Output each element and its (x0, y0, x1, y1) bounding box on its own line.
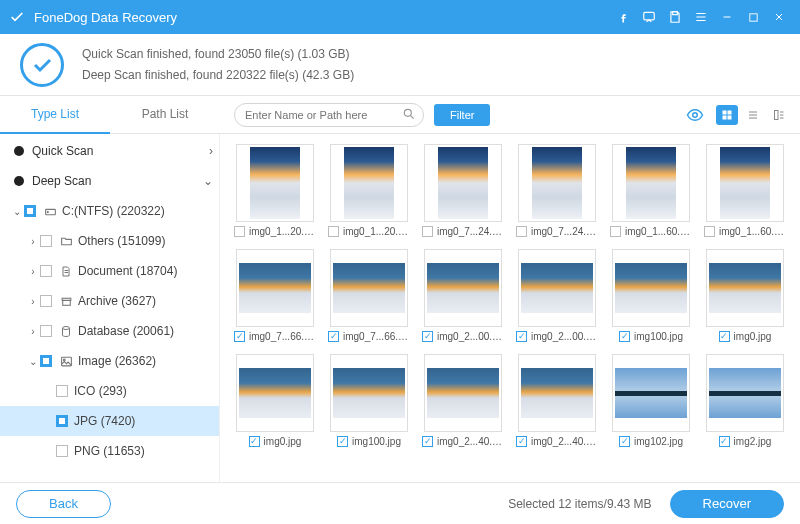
minimize-icon[interactable] (714, 4, 740, 30)
menu-icon[interactable] (688, 4, 714, 30)
tree-document[interactable]: › Document (18704) (0, 256, 219, 286)
expand-icon[interactable]: › (26, 236, 40, 247)
back-button[interactable]: Back (16, 490, 111, 518)
file-checkbox[interactable]: ✓ (516, 331, 527, 342)
file-tile[interactable]: img0_1...60.jpg (608, 144, 694, 237)
filter-button[interactable]: Filter (434, 104, 490, 126)
tree-checkbox[interactable] (56, 445, 68, 457)
close-icon[interactable] (766, 4, 792, 30)
thumbnail[interactable] (706, 249, 784, 327)
preview-toggle-icon[interactable] (684, 105, 706, 125)
view-list-icon[interactable] (742, 105, 764, 125)
thumbnail[interactable] (518, 354, 596, 432)
tree-checkbox[interactable] (40, 235, 52, 247)
facebook-icon[interactable] (610, 4, 636, 30)
file-tile[interactable]: img0_1...20.jpg (326, 144, 412, 237)
expand-icon[interactable]: ⌄ (10, 206, 24, 217)
thumbnail[interactable] (424, 249, 502, 327)
tree-deep-scan[interactable]: Deep Scan ⌄ (0, 166, 219, 196)
tree-archive[interactable]: › Archive (3627) (0, 286, 219, 316)
thumbnail[interactable] (706, 354, 784, 432)
tree-checkbox[interactable] (40, 325, 52, 337)
file-tile[interactable]: ✓img100.jpg (326, 354, 412, 447)
tree-others[interactable]: › Others (151099) (0, 226, 219, 256)
thumbnail[interactable] (612, 249, 690, 327)
thumbnail[interactable] (330, 249, 408, 327)
file-checkbox[interactable] (704, 226, 715, 237)
expand-icon[interactable]: › (26, 296, 40, 307)
tab-type-list[interactable]: Type List (0, 96, 110, 134)
tree-database[interactable]: › Database (20061) (0, 316, 219, 346)
thumbnail[interactable] (706, 144, 784, 222)
thumbnail[interactable] (330, 354, 408, 432)
tree-jpg[interactable]: JPG (7420) (0, 406, 219, 436)
file-checkbox[interactable] (234, 226, 245, 237)
file-tile[interactable]: ✓img0_7...66.jpg (232, 249, 318, 342)
thumbnail[interactable] (236, 144, 314, 222)
file-checkbox[interactable]: ✓ (422, 331, 433, 342)
file-checkbox[interactable]: ✓ (422, 436, 433, 447)
file-tile[interactable]: img0_1...60.jpg (702, 144, 788, 237)
file-checkbox[interactable] (610, 226, 621, 237)
thumbnail[interactable] (518, 144, 596, 222)
file-tile[interactable]: ✓img2.jpg (702, 354, 788, 447)
file-tile[interactable]: ✓img0_2...00.jpg (514, 249, 600, 342)
file-tile[interactable]: img0_7...24.jpg (514, 144, 600, 237)
file-tile[interactable]: ✓img100.jpg (608, 249, 694, 342)
tree-checkbox[interactable] (24, 205, 36, 217)
file-tile[interactable]: ✓img102.jpg (608, 354, 694, 447)
file-tile[interactable]: ✓img0.jpg (702, 249, 788, 342)
expand-icon[interactable]: › (26, 326, 40, 337)
tree-image[interactable]: ⌄ Image (26362) (0, 346, 219, 376)
expand-icon[interactable]: ⌄ (26, 356, 40, 367)
thumbnail[interactable] (236, 354, 314, 432)
tree-checkbox[interactable] (40, 295, 52, 307)
save-icon[interactable] (662, 4, 688, 30)
file-checkbox[interactable]: ✓ (234, 331, 245, 342)
feedback-icon[interactable] (636, 4, 662, 30)
search-icon[interactable] (402, 107, 416, 124)
file-tile[interactable]: ✓img0_2...40.jpg (420, 354, 506, 447)
file-checkbox[interactable]: ✓ (719, 331, 730, 342)
thumbnail[interactable] (424, 354, 502, 432)
tree-checkbox[interactable] (56, 385, 68, 397)
thumbnail[interactable] (612, 354, 690, 432)
expand-icon[interactable]: › (26, 266, 40, 277)
file-tile[interactable]: img0_1...20.jpg (232, 144, 318, 237)
tree-quick-scan[interactable]: Quick Scan › (0, 136, 219, 166)
file-checkbox[interactable]: ✓ (516, 436, 527, 447)
file-tile[interactable]: ✓img0.jpg (232, 354, 318, 447)
tree-drive[interactable]: ⌄ C:(NTFS) (220322) (0, 196, 219, 226)
file-checkbox[interactable]: ✓ (719, 436, 730, 447)
file-tile[interactable]: img0_7...24.jpg (420, 144, 506, 237)
file-checkbox[interactable]: ✓ (249, 436, 260, 447)
file-name: img0_1...20.jpg (343, 226, 410, 237)
maximize-icon[interactable] (740, 4, 766, 30)
file-checkbox[interactable] (328, 226, 339, 237)
tree-checkbox[interactable] (40, 265, 52, 277)
thumbnail[interactable] (236, 249, 314, 327)
tree-png[interactable]: PNG (11653) (0, 436, 219, 466)
scan-complete-icon (20, 43, 64, 87)
tree-checkbox[interactable] (40, 355, 52, 367)
file-checkbox[interactable] (516, 226, 527, 237)
file-checkbox[interactable]: ✓ (337, 436, 348, 447)
file-tile[interactable]: ✓img0_2...40.jpg (514, 354, 600, 447)
view-grid-icon[interactable] (716, 105, 738, 125)
file-checkbox[interactable]: ✓ (619, 436, 630, 447)
file-tile[interactable]: ✓img0_2...00.jpg (420, 249, 506, 342)
thumbnail[interactable] (612, 144, 690, 222)
file-tile[interactable]: ✓img0_7...66.jpg (326, 249, 412, 342)
tree-ico[interactable]: ICO (293) (0, 376, 219, 406)
tab-path-list[interactable]: Path List (110, 96, 220, 134)
recover-button[interactable]: Recover (670, 490, 784, 518)
search-input[interactable] (234, 103, 424, 127)
thumbnail[interactable] (424, 144, 502, 222)
file-checkbox[interactable]: ✓ (619, 331, 630, 342)
thumbnail[interactable] (518, 249, 596, 327)
file-checkbox[interactable]: ✓ (328, 331, 339, 342)
tree-checkbox[interactable] (56, 415, 68, 427)
view-detail-icon[interactable] (768, 105, 790, 125)
thumbnail[interactable] (330, 144, 408, 222)
file-checkbox[interactable] (422, 226, 433, 237)
